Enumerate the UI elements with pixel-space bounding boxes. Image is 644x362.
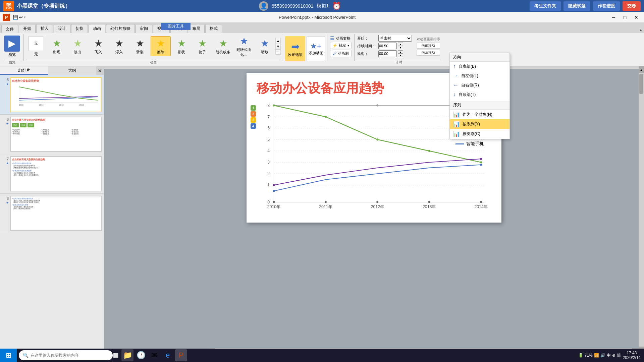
scroll-up[interactable]: ▲: [639, 66, 644, 73]
delay-up[interactable]: ▲: [398, 50, 403, 54]
taskbar-search-input[interactable]: [31, 353, 104, 358]
effect-options-button[interactable]: ➡ 效果选项: [285, 36, 305, 61]
file-explorer-app[interactable]: 📁: [121, 349, 133, 361]
dropdown-from-top[interactable]: ↓ 自顶部(T): [450, 90, 509, 99]
delay-input[interactable]: [378, 50, 397, 57]
duration-down[interactable]: ▼: [398, 46, 403, 49]
from-right-arrow: ←: [453, 82, 459, 88]
taskbar-search-box[interactable]: 🔍: [19, 350, 113, 360]
anim-random-bars[interactable]: ★ 随机线条: [213, 37, 233, 56]
animation-numbers: 1 2 3 4: [251, 105, 256, 129]
animation-replay-button[interactable]: 🖌 动画刷: [330, 50, 352, 57]
by-series-label: 按系列(Y): [463, 121, 480, 127]
preview-button[interactable]: ▶: [4, 36, 20, 52]
anim-fly-in[interactable]: ★ 飞入: [88, 37, 108, 56]
tab-home[interactable]: 开始: [19, 24, 36, 33]
animation-scroll-arrows[interactable]: ▲ ▼ ⋯: [275, 38, 281, 55]
trigger-button[interactable]: ⚡ 触发 ▾: [330, 42, 352, 49]
animation-pane-button[interactable]: ☰ 动画窗格: [330, 36, 352, 41]
timing-label: 计时: [357, 59, 441, 65]
scroll-thumb-v[interactable]: [639, 74, 643, 94]
anim-shape[interactable]: ★ 形状: [171, 37, 192, 56]
tab-review[interactable]: 审阅: [136, 24, 152, 33]
simplified-chinese: 简: [617, 353, 621, 358]
svg-point-32: [376, 201, 378, 203]
anim-wipe[interactable]: ★ 擦除: [151, 36, 171, 56]
anim-grow-shrink[interactable]: ★ 缩放: [255, 37, 275, 56]
ppt-app[interactable]: P: [175, 349, 187, 361]
slide-preview-5: 移动办公设备应用趋势 2010: [10, 77, 102, 112]
vertical-scrollbar[interactable]: ▲ ▼: [639, 66, 644, 353]
duration-input[interactable]: [378, 43, 397, 49]
svg-text:2013年: 2013年: [423, 204, 436, 209]
tab-file[interactable]: 文件: [1, 25, 18, 34]
anim-num-2: 2: [251, 111, 256, 117]
ribbon-collapse[interactable]: ▲: [639, 28, 644, 33]
submit-button[interactable]: 交卷: [623, 1, 641, 11]
svg-point-40: [428, 150, 430, 152]
animation-items: 无 无 ★ 出现 ★ 淡出 ★ 飞入: [26, 34, 281, 58]
tab-design[interactable]: 设计: [54, 24, 70, 33]
add-animation-button[interactable]: ★+ 添加动画: [307, 36, 325, 61]
anim-zoom-bounce[interactable]: ★ 翻转式由远...: [234, 34, 254, 58]
slide-thumb-5[interactable]: 5★ 移动办公设备应用趋势: [0, 75, 104, 115]
taskbar-right: 🔋 71% 📶 🔊 中 ⊕ 简 17:43 2020/2/14: [578, 351, 644, 360]
tab-outline[interactable]: 大纲: [48, 66, 97, 75]
hide-question-button[interactable]: 隐藏试题: [564, 1, 590, 11]
minimize-button[interactable]: ─: [608, 14, 619, 21]
anim-appear[interactable]: ★ 出现: [47, 37, 67, 56]
dropdown-from-bottom[interactable]: ↑ 自底部(B): [450, 62, 509, 71]
tab-insert[interactable]: 插入: [36, 24, 53, 33]
tab-animation[interactable]: 动画: [89, 24, 105, 33]
title-bar: P 💾 ↩ ▾ PowerPoint.pptx - Microsoft Powe…: [0, 12, 644, 23]
svg-text:1: 1: [267, 183, 270, 187]
ie-app[interactable]: e: [162, 349, 174, 361]
anim-none[interactable]: 无 无: [26, 35, 46, 58]
slide-preview-6: 企业沟通与社交能力的应用场景 消息 会议 语音 • 电子邮件• 在线状态• 即时…: [10, 117, 102, 152]
dropdown-from-right[interactable]: ← 自右侧(R): [450, 80, 509, 90]
dropdown-as-one[interactable]: 📊 作为一个对象(N): [450, 110, 509, 119]
slide-preview-7: 企业如何应对大数据的业务趋势 • 功态监控业务并运维优化 运行部监控处业合并处理…: [10, 156, 102, 191]
mail-app[interactable]: ✉: [148, 349, 160, 361]
slide-thumb-6[interactable]: 6★ 企业沟通与社交能力的应用场景 消息 会议 语音 • 电子邮件• 在线状态•…: [0, 115, 104, 154]
dropdown-by-category[interactable]: 📊 按类别(C): [450, 129, 509, 139]
svg-point-44: [273, 190, 275, 192]
taskbar-apps: 📁 🕐 ✉ e P: [121, 349, 187, 361]
duration-spinners[interactable]: ▲ ▼: [398, 43, 403, 49]
slide-thumb-7[interactable]: 7★ 企业如何应对大数据的业务趋势 • 功态监控业务并运维优化 运行部监控处业合…: [0, 154, 104, 194]
sound-icon: 🔊: [600, 353, 605, 358]
exam-file-button[interactable]: 考生文件夹: [530, 1, 561, 11]
dropdown-by-series[interactable]: 📊 按系列(Y): [450, 119, 509, 129]
move-down-button[interactable]: 向后移动: [417, 50, 440, 56]
legend-line-blue: [455, 143, 464, 144]
dropdown-from-left[interactable]: → 自左侧(L): [450, 71, 509, 80]
duration-up[interactable]: ▲: [398, 43, 403, 46]
sequence-header: 序列: [450, 101, 509, 110]
tab-slideshow[interactable]: 幻灯片放映: [106, 24, 135, 33]
delay-spinners[interactable]: ▲ ▼: [398, 50, 403, 57]
start-select[interactable]: 单击时: [378, 35, 412, 42]
anim-fade[interactable]: ★ 淡出: [67, 37, 88, 56]
scroll-top: [104, 66, 639, 69]
close-panel-button[interactable]: ✕: [96, 66, 104, 75]
separator-2: [283, 34, 283, 61]
anim-wheel[interactable]: ★ 轮子: [192, 37, 212, 56]
restore-button[interactable]: □: [620, 14, 630, 21]
anim-split[interactable]: ★ 劈裂: [130, 37, 150, 56]
svg-text:2012年: 2012年: [371, 204, 384, 209]
clock-app[interactable]: 🕐: [135, 349, 147, 361]
anim-float-in[interactable]: ★ 浮入: [109, 37, 129, 56]
slide-num-5: 5★: [2, 77, 10, 112]
svg-text:2010年: 2010年: [267, 204, 280, 209]
move-up-button[interactable]: 向前移动: [417, 43, 440, 49]
answer-progress-button[interactable]: 作答进度: [593, 1, 620, 11]
tab-slides[interactable]: 幻灯片: [0, 66, 48, 75]
delay-down[interactable]: ▼: [398, 54, 403, 57]
task-view-button[interactable]: ⬜: [113, 349, 119, 361]
start-button[interactable]: ⊞: [0, 349, 17, 362]
close-button[interactable]: ✕: [631, 14, 641, 21]
tab-transition[interactable]: 切换: [71, 24, 88, 33]
slide-thumb-8[interactable]: 8★ • 交叉式跨业务并运维最优先 通信交叉业、优先关注处业合并业务 提高大人员…: [0, 194, 104, 233]
tab-format[interactable]: 格式: [205, 24, 222, 33]
slide-num-6: 6★: [2, 117, 10, 152]
